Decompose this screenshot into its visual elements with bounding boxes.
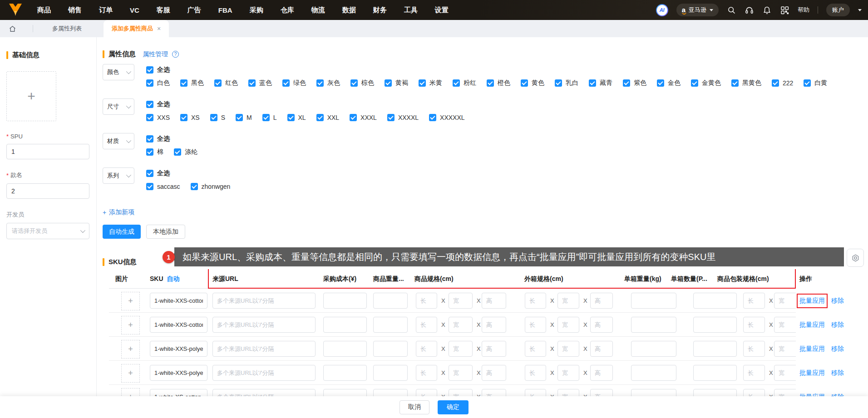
- purchase-cost-input[interactable]: [323, 341, 367, 357]
- source-url-input[interactable]: [212, 317, 316, 333]
- attribute-option-checkbox[interactable]: 涤纶: [174, 148, 197, 156]
- product-weight-input[interactable]: [373, 365, 408, 381]
- nav-item[interactable]: 客服: [157, 6, 170, 15]
- nav-item[interactable]: 销售: [68, 6, 82, 15]
- attribute-option-checkbox[interactable]: XS: [180, 114, 200, 121]
- sku-auto-link[interactable]: 自动: [167, 275, 180, 282]
- carton-weight-input[interactable]: [631, 341, 676, 357]
- carton-height-input[interactable]: [590, 317, 613, 333]
- batch-apply-link[interactable]: 批量应用: [799, 345, 825, 353]
- attribute-option-checkbox[interactable]: 222: [772, 79, 793, 87]
- attribute-option-checkbox[interactable]: S: [210, 114, 225, 121]
- help-link[interactable]: 帮助: [798, 6, 809, 14]
- remove-link[interactable]: 移除: [831, 297, 844, 305]
- attribute-option-checkbox[interactable]: 金色: [657, 79, 681, 87]
- carton-height-input[interactable]: [590, 365, 613, 381]
- remove-link[interactable]: 移除: [831, 321, 844, 329]
- attribute-option-checkbox[interactable]: 白色: [146, 79, 170, 87]
- package-length-input[interactable]: [743, 317, 765, 333]
- product-width-input[interactable]: [449, 317, 473, 333]
- product-height-input[interactable]: [482, 365, 506, 381]
- attribute-option-checkbox[interactable]: L: [262, 114, 277, 121]
- nav-item[interactable]: 设置: [435, 6, 449, 15]
- attribute-select[interactable]: 颜色: [103, 64, 134, 80]
- batch-apply-link[interactable]: 批量应用: [799, 321, 825, 329]
- nav-item[interactable]: 订单: [99, 6, 113, 15]
- developer-select[interactable]: 请选择开发员: [6, 223, 89, 239]
- product-height-input[interactable]: [482, 317, 506, 333]
- attribute-option-checkbox[interactable]: 红色: [214, 79, 238, 87]
- attribute-option-checkbox[interactable]: 藏青: [589, 79, 612, 87]
- confirm-button[interactable]: 确定: [438, 400, 469, 414]
- product-weight-input[interactable]: [373, 317, 408, 333]
- nav-item[interactable]: 广告: [187, 6, 201, 15]
- select-all-checkbox[interactable]: 全选: [146, 135, 170, 143]
- nav-item[interactable]: 仓库: [281, 6, 294, 15]
- brand-logo[interactable]: [6, 3, 25, 17]
- attribute-option-checkbox[interactable]: 绿色: [282, 79, 306, 87]
- row-image-upload[interactable]: +: [121, 316, 140, 334]
- add-new-item-link[interactable]: + 添加新项: [103, 208, 134, 216]
- attribute-option-checkbox[interactable]: 紫色: [623, 79, 646, 87]
- bell-icon[interactable]: [762, 5, 772, 15]
- product-length-input[interactable]: [416, 365, 437, 381]
- remove-link[interactable]: 移除: [831, 345, 844, 353]
- help-circle-icon[interactable]: ?: [172, 51, 179, 58]
- attribute-option-checkbox[interactable]: 金黄色: [691, 79, 721, 87]
- select-all-checkbox[interactable]: 全选: [146, 169, 170, 177]
- auto-generate-button[interactable]: 自动生成: [103, 225, 141, 239]
- attribute-option-checkbox[interactable]: XXXL: [350, 114, 377, 121]
- nav-item[interactable]: 采购: [250, 6, 263, 15]
- attribute-option-checkbox[interactable]: zhonwgen: [191, 183, 231, 190]
- package-length-input[interactable]: [743, 365, 765, 381]
- product-height-input[interactable]: [482, 293, 506, 309]
- attribute-select[interactable]: 系列: [103, 167, 134, 184]
- search-icon[interactable]: [727, 5, 736, 15]
- attribute-option-checkbox[interactable]: 棕色: [350, 79, 374, 87]
- carton-width-input[interactable]: [557, 341, 579, 357]
- attribute-option-checkbox[interactable]: 棉: [146, 148, 163, 156]
- attribute-option-checkbox[interactable]: 黑黄色: [731, 79, 761, 87]
- attribute-option-checkbox[interactable]: 橙色: [487, 79, 510, 87]
- attribute-option-checkbox[interactable]: XL: [287, 114, 306, 121]
- carton-length-input[interactable]: [525, 293, 546, 309]
- carton-qty-input[interactable]: [693, 365, 737, 381]
- attribute-option-checkbox[interactable]: 白黄: [804, 79, 827, 87]
- purchase-cost-input[interactable]: [323, 365, 367, 381]
- account-button[interactable]: 账户: [826, 4, 850, 16]
- attribute-select[interactable]: 尺寸: [103, 98, 134, 115]
- nav-item[interactable]: FBA: [218, 6, 232, 14]
- sku-input[interactable]: [150, 293, 207, 309]
- product-weight-input[interactable]: [373, 341, 408, 357]
- attribute-manage-link[interactable]: 属性管理: [143, 50, 168, 59]
- spu-field[interactable]: [6, 144, 89, 159]
- attribute-option-checkbox[interactable]: XXL: [316, 114, 339, 121]
- close-icon[interactable]: ×: [157, 25, 161, 32]
- carton-qty-input[interactable]: [693, 341, 737, 357]
- attribute-option-checkbox[interactable]: 黄褐: [385, 79, 408, 87]
- local-add-button[interactable]: 本地添加: [146, 225, 185, 239]
- carton-height-input[interactable]: [590, 293, 613, 309]
- carton-weight-input[interactable]: [631, 317, 676, 333]
- remove-link[interactable]: 移除: [831, 369, 844, 377]
- attribute-option-checkbox[interactable]: 黑色: [180, 79, 204, 87]
- image-upload-box[interactable]: +: [6, 71, 56, 121]
- nav-item[interactable]: 财务: [373, 6, 387, 15]
- row-image-upload[interactable]: +: [121, 292, 140, 310]
- nav-item[interactable]: 数据: [342, 6, 356, 15]
- source-url-input[interactable]: [212, 341, 316, 357]
- nav-item[interactable]: 物流: [311, 6, 325, 15]
- attribute-option-checkbox[interactable]: XXXXXL: [429, 114, 464, 121]
- marketplace-selector[interactable]: a 亚马逊: [676, 4, 719, 16]
- source-url-input[interactable]: [212, 293, 316, 309]
- tab-multi-attribute-list[interactable]: 多属性列表: [42, 20, 92, 37]
- tab-add-multi-attribute-product[interactable]: 添加多属性商品 ×: [104, 20, 169, 37]
- batch-apply-link[interactable]: 批量应用: [799, 369, 825, 377]
- attribute-option-checkbox[interactable]: 黄色: [521, 79, 544, 87]
- nav-item[interactable]: 工具: [404, 6, 418, 15]
- attribute-option-checkbox[interactable]: 蓝色: [248, 79, 272, 87]
- select-all-checkbox[interactable]: 全选: [146, 66, 170, 74]
- product-width-input[interactable]: [449, 293, 473, 309]
- attribute-select[interactable]: 材质: [103, 133, 134, 149]
- carton-height-input[interactable]: [590, 341, 613, 357]
